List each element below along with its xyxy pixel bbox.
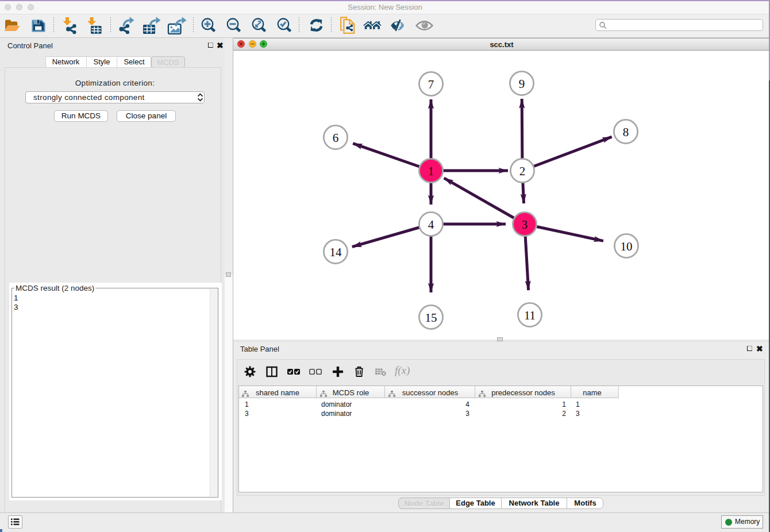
svg-text:14: 14 <box>330 245 342 259</box>
svg-text:2: 2 <box>519 164 526 178</box>
svg-text:15: 15 <box>425 311 437 325</box>
svg-text:7: 7 <box>428 78 434 91</box>
svg-text:6: 6 <box>333 131 339 145</box>
svg-text:11: 11 <box>524 309 536 322</box>
svg-text:3: 3 <box>522 218 528 232</box>
svg-text:8: 8 <box>623 125 629 139</box>
svg-text:4: 4 <box>428 218 434 232</box>
svg-text:1: 1 <box>428 164 434 178</box>
svg-text:9: 9 <box>519 77 525 91</box>
svg-text:10: 10 <box>621 240 633 253</box>
